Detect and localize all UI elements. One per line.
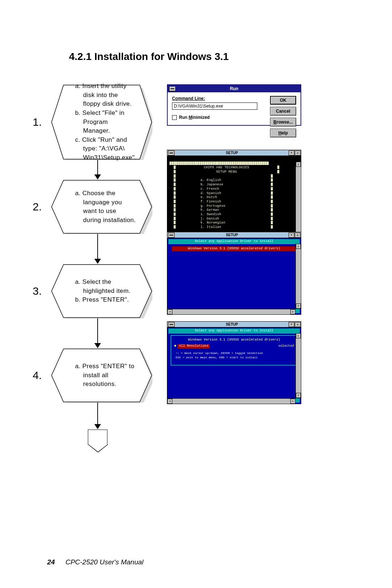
page-number: 24 [47,558,55,566]
step-1-box: 1. a. Insert the utility disk into the f… [51,84,152,160]
minimize-button[interactable]: ▾ [289,233,294,238]
step-4-number: 4. [33,369,42,382]
window-title: SETUP [175,233,289,238]
step-2-box: 2. a. Choose the language you want to us… [51,180,152,234]
doc-title: CPC-2520 User's Manual [65,558,143,566]
maximize-button[interactable]: ▴ [295,233,301,238]
system-menu-icon[interactable] [168,322,175,327]
arrow-head-icon [94,174,101,180]
dos-heading2: SETUP MENU [176,170,277,174]
step-2-number: 2. [33,201,42,213]
step-3-number: 3. [33,285,42,297]
step-1a: a. Insert the utility disk into the flop… [75,82,136,109]
horizontal-scrollbar[interactable]: ◂▸ [167,309,295,314]
flow-terminator [88,430,107,445]
step-1b: b. Select "File" in Program Manager. [75,109,136,136]
panel-title: Windows Version 3.1 (6555X accelerated d… [174,338,294,342]
step-3a: a. Select the highlighted item. [75,278,136,295]
flow-arrow [97,403,98,424]
minimize-button[interactable]: ▾ [289,150,294,156]
resolution-row[interactable]: ■ All Resolutions selected [174,344,294,349]
run-minimized-label: Run Minimized [179,115,210,120]
dos-body: Select any Application Driver to install… [167,238,301,314]
window-title: SETUP [175,322,289,327]
help-button[interactable]: Help [270,129,296,137]
maximize-button[interactable]: ▴ [295,150,301,156]
step-3-box: 3. a. Select the highlighted item. b. Pr… [51,264,152,318]
arrow-head-icon [94,259,101,264]
flow-arrow [97,160,98,175]
flow-arrow [97,318,98,344]
system-menu-icon[interactable] [169,86,176,91]
ok-button[interactable]: OK [270,96,296,105]
run-dialog: Run Command Line: Run Minimized OK Cance… [167,84,301,126]
setup-driver-window: SETUP ▾ ▴ Select any Application Driver … [167,232,301,315]
page-footer: 24 CPC-2520 User's Manual [47,558,143,566]
step-2a: a. Choose the language you want to use d… [75,189,136,225]
command-line-input[interactable] [172,102,257,110]
minimize-button[interactable]: ▾ [289,322,294,327]
step-1c: c. Click "Run" and type: "A:\VGA\ Win31\… [75,136,136,162]
command-line-label: Command Line: [172,96,205,101]
driver-header: Select any Application Driver to install [168,239,300,244]
panel-instruction-2: ESC = exit to main menu, END = start to … [176,356,293,359]
step-3b: b. Press "ENTER". [75,295,136,305]
vertical-scrollbar[interactable]: ▴▾ [295,333,301,398]
browse-button[interactable]: Browse... [270,118,296,126]
selected-item: All Resolutions [177,344,210,349]
selection-panel: Windows Version 3.1 (6555X accelerated d… [171,335,298,366]
system-menu-icon[interactable] [168,150,175,156]
step-4-box: 4. a. Press "ENTER" to install all resol… [51,348,152,403]
window-title: SETUP [175,150,289,156]
selected-status: selected [278,344,294,349]
arrow-head-icon [94,424,101,429]
flow-arrow [97,234,98,259]
system-menu-icon[interactable] [168,233,175,238]
run-title-bar: Run [168,85,301,92]
driver-header: Select any Application Driver to install [168,329,300,334]
panel-instruction-1: ↑↓ = move cursor up/down, ENTER = toggle… [176,351,293,355]
border-line: ████████████████████████████████████████… [170,162,269,165]
step-1-number: 1. [33,116,42,128]
cancel-button[interactable]: Cancel [270,107,296,116]
highlighted-driver[interactable]: Windows Version 3.1 (6555X accelerated d… [172,246,296,251]
dos-heading1: CHIPS AND TECHNOLOGIES [176,166,277,170]
run-title-text: Run [230,86,238,91]
vertical-scrollbar[interactable]: ▴▾ [295,244,301,309]
maximize-button[interactable]: ▴ [295,322,301,327]
run-minimized-checkbox[interactable] [172,115,177,120]
section-title: 4.2.1 Installation for Windows 3.1 [69,51,345,63]
arrow-head-icon [94,343,101,348]
dos-body: Select any Application Driver to install… [167,327,301,404]
step-4a: a. Press "ENTER" to install all resoluti… [75,362,136,389]
horizontal-scrollbar[interactable]: ◂▸ [167,398,295,404]
setup-resolution-window: SETUP ▾ ▴ Select any Application Driver … [167,321,301,404]
